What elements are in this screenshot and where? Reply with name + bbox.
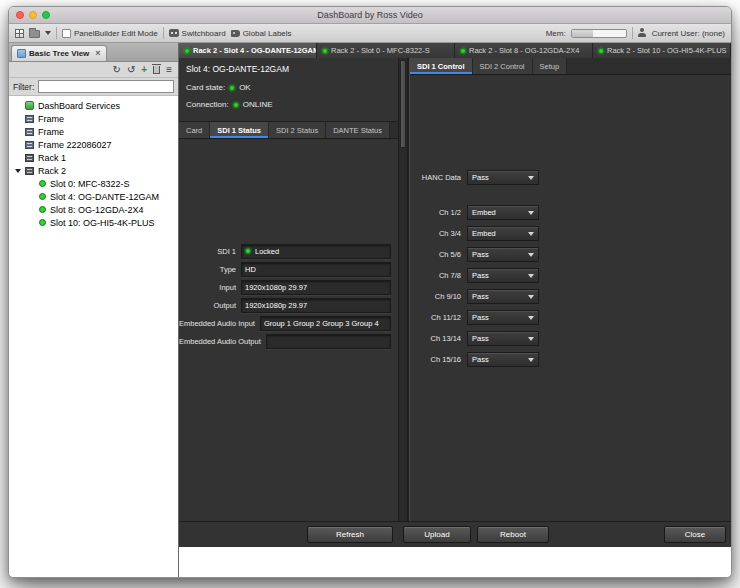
chevron-down-icon — [528, 358, 534, 362]
card-title: Slot 4: OG-DANTE-12GAM — [186, 64, 391, 75]
field-label: Output — [179, 301, 241, 310]
refresh-tree-icon[interactable]: ↻ — [113, 65, 121, 75]
ch1-2-dropdown[interactable]: Embed — [467, 205, 539, 220]
upload-button[interactable]: Upload — [403, 526, 471, 543]
hanc-data-dropdown[interactable]: Pass — [467, 170, 539, 185]
tree-item-rack-2[interactable]: Rack 2 — [9, 164, 178, 177]
tree-item-label: DashBoard Services — [38, 101, 120, 111]
field-row-sdi1: SDI 1 Locked — [179, 243, 398, 259]
folder-icon[interactable] — [29, 30, 40, 38]
tree-item-frame-1[interactable]: Frame — [9, 112, 178, 125]
trash-icon[interactable] — [153, 66, 160, 74]
add-icon[interactable]: + — [141, 65, 147, 75]
tree-item-rack-1[interactable]: Rack 1 — [9, 151, 178, 164]
control-label: Ch 13/14 — [410, 334, 467, 343]
tree-item-dashboard-services[interactable]: DashBoard Services — [9, 99, 178, 112]
tab-sdi2-status[interactable]: SDI 2 Status — [269, 122, 326, 138]
switchboard-button[interactable]: Switchboard — [169, 29, 226, 38]
tab-sdi2-control[interactable]: SDI 2 Control — [473, 58, 533, 74]
embedded-audio-input-field: Group 1 Group 2 Group 3 Group 4 — [260, 316, 391, 331]
tree-item-slot-4[interactable]: Slot 4: OG-DANTE-12GAM — [9, 190, 178, 203]
device-tab-slot4[interactable]: Rack 2 - Slot 4 - OG-DANTE-12GAM — [179, 43, 317, 58]
control-row-ch3-4: Ch 3/4 Embed — [410, 226, 731, 241]
toolbar-separator — [56, 27, 57, 39]
global-labels-button[interactable]: Global Labels — [231, 29, 292, 38]
dropdown-value: Pass — [472, 292, 489, 301]
dropdown-value: Pass — [472, 334, 489, 343]
tab-sdi1-status[interactable]: SDI 1 Status — [210, 122, 269, 138]
switchboard-icon — [169, 29, 179, 37]
control-row-ch1-2: Ch 1/2 Embed — [410, 205, 731, 220]
layout-grid-icon[interactable] — [15, 29, 24, 38]
window-minimize-button[interactable] — [29, 11, 37, 19]
filter-input[interactable] — [38, 80, 174, 93]
device-tab-slot10[interactable]: Rack 2 - Slot 10 - OG-HI5-4K-PLUS — [593, 43, 731, 58]
control-label: Ch 9/10 — [410, 292, 467, 301]
input-field: 1920x1080p 29.97 — [241, 280, 391, 295]
control-tab-bar: SDI 1 Control SDI 2 Control Setup — [410, 58, 731, 75]
field-label: Embedded Audio Input — [179, 319, 260, 328]
tree-item-slot-8[interactable]: Slot 8: OG-12GDA-2X4 — [9, 203, 178, 216]
tree-item-label: Slot 4: OG-DANTE-12GAM — [50, 192, 159, 202]
ch9-10-dropdown[interactable]: Pass — [467, 289, 539, 304]
menu-icon[interactable]: ≡ — [166, 65, 172, 75]
refresh-button[interactable]: Refresh — [307, 526, 393, 543]
reboot-button[interactable]: Reboot — [477, 526, 549, 543]
connection-led-icon — [233, 102, 239, 108]
control-label: Ch 7/8 — [410, 271, 467, 280]
services-icon — [25, 101, 34, 110]
ch13-14-dropdown[interactable]: Pass — [467, 331, 539, 346]
scrollbar-thumb[interactable] — [400, 60, 406, 148]
expand-caret-icon[interactable] — [15, 169, 21, 173]
current-user-label: Current User: (none) — [652, 29, 725, 38]
close-button[interactable]: Close — [664, 526, 726, 543]
device-tab-slot8[interactable]: Rack 2 - Slot 8 - OG-12GDA-2X4 — [455, 43, 593, 58]
output-field: 1920x1080p 29.97 — [241, 298, 391, 313]
field-row-type: Type HD — [179, 261, 398, 277]
card-info-header: Slot 4: OG-DANTE-12GAM Card state: OK Co… — [179, 58, 398, 122]
folder-caret-icon[interactable] — [45, 31, 51, 35]
chevron-down-icon — [528, 337, 534, 341]
ch7-8-dropdown[interactable]: Pass — [467, 268, 539, 283]
filter-bar: Filter: — [9, 78, 178, 96]
tab-card[interactable]: Card — [179, 122, 210, 138]
status-led-icon — [39, 180, 46, 187]
control-row-ch5-6: Ch 5/6 Pass — [410, 247, 731, 262]
editmode-checkbox[interactable] — [62, 29, 71, 38]
field-label: Embedded Audio Output — [179, 337, 266, 346]
ch15-16-dropdown[interactable]: Pass — [467, 352, 539, 367]
tree-item-slot-0[interactable]: Slot 0: MFC-8322-S — [9, 177, 178, 190]
control-row-ch11-12: Ch 11/12 Pass — [410, 310, 731, 325]
device-status-led-icon — [184, 48, 190, 54]
chevron-down-icon — [528, 316, 534, 320]
tree-item-frame-2[interactable]: Frame — [9, 125, 178, 138]
ch11-12-dropdown[interactable]: Pass — [467, 310, 539, 325]
field-label: Input — [179, 283, 241, 292]
tree-item-label: Rack 2 — [38, 166, 66, 176]
window-close-button[interactable] — [16, 11, 24, 19]
traffic-lights — [16, 11, 50, 19]
device-status-led-icon — [460, 48, 466, 54]
tab-sdi1-control[interactable]: SDI 1 Control — [410, 58, 473, 74]
tab-basic-tree-view[interactable]: Basic Tree View × — [11, 45, 107, 61]
chevron-down-icon — [528, 232, 534, 236]
connection-label: Connection: — [186, 99, 229, 110]
device-tab-slot0[interactable]: Rack 2 - Slot 0 - MFC-8322-S — [317, 43, 455, 58]
ch5-6-dropdown[interactable]: Pass — [467, 247, 539, 262]
tab-setup[interactable]: Setup — [533, 58, 568, 74]
sync-icon[interactable]: ↺ — [127, 65, 135, 75]
close-icon[interactable]: × — [95, 49, 100, 58]
frame-icon — [25, 115, 34, 123]
control-label: Ch 11/12 — [410, 313, 467, 322]
control-label: Ch 15/16 — [410, 355, 467, 364]
scrollbar[interactable] — [398, 58, 407, 521]
ch3-4-dropdown[interactable]: Embed — [467, 226, 539, 241]
tree-tab-label: Basic Tree View — [29, 49, 89, 58]
tree-item-slot-10[interactable]: Slot 10: OG-HI5-4K-PLUS — [9, 216, 178, 229]
tab-dante-status[interactable]: DANTE Status — [326, 122, 390, 138]
status-panel-content: Slot 4: OG-DANTE-12GAM Card state: OK Co… — [179, 58, 398, 521]
window-zoom-button[interactable] — [42, 11, 50, 19]
panelbuilder-edit-mode-toggle[interactable]: PanelBuilder Edit Mode — [62, 29, 158, 38]
tree-panel-tabstrip: Basic Tree View × — [9, 43, 178, 62]
tree-item-frame-222086027[interactable]: Frame 222086027 — [9, 138, 178, 151]
